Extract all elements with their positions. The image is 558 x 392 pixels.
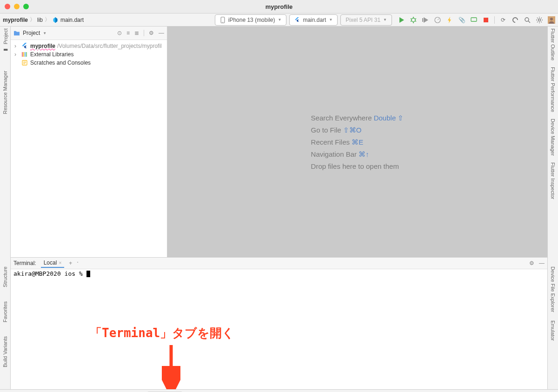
svg-point-8	[538, 19, 541, 21]
right-tool-strip-lower: Device File Explorer Emulator	[547, 257, 558, 389]
run-config-selector[interactable]: main.dart ▼	[289, 14, 338, 26]
flutter-icon	[21, 43, 28, 49]
breadcrumb[interactable]: myprofile 〉 lib 〉 main.dart	[3, 16, 84, 24]
device-manager-button[interactable]: Device Manager	[550, 119, 556, 156]
run-button[interactable]	[398, 16, 405, 24]
terminal-body[interactable]: akira@MBP2020 ios % 「Terminal」タブを開く	[11, 269, 547, 389]
breadcrumb-sep: 〉	[30, 16, 35, 24]
gear-icon[interactable]	[536, 16, 543, 24]
flutter-inspector-button[interactable]: Flutter Inspector	[550, 162, 556, 199]
attach-button[interactable]: 📎	[458, 16, 465, 24]
scratches-label: Scratches and Consoles	[30, 60, 91, 66]
flutter-icon	[294, 17, 300, 23]
main-toolbar: myprofile 〉 lib 〉 main.dart iPhone 13 (m…	[0, 13, 558, 27]
terminal-header: Terminal: Local × + ˅ ⚙ —	[11, 258, 547, 269]
build-variants-tool-button[interactable]: Build Variants	[2, 336, 8, 367]
breadcrumb-project[interactable]: myprofile	[3, 17, 28, 23]
svg-rect-3	[422, 18, 423, 22]
resource-manager-label: Resource Manager	[2, 71, 8, 114]
breadcrumb-sep: 〉	[45, 16, 50, 24]
scratches-icon	[21, 60, 28, 66]
titlebar: myprofile	[0, 0, 558, 13]
select-opened-file-icon[interactable]: ⊙	[117, 30, 122, 36]
flutter-outline-button[interactable]: Flutter Outline	[550, 28, 556, 60]
terminal-prompt: akira@MBP2020 ios %	[13, 270, 86, 277]
maximize-window-button[interactable]	[23, 4, 29, 9]
emulator-button[interactable]: Emulator	[550, 320, 556, 341]
svg-point-10	[550, 18, 553, 20]
expand-arrow-icon[interactable]: ›	[14, 51, 19, 58]
stop-button[interactable]	[482, 16, 490, 24]
tree-row-project-root[interactable]: › myprofile /Volumes/Data/src/flutter_pr…	[11, 42, 167, 50]
flutter-performance-button[interactable]: Flutter Performance	[550, 67, 556, 112]
editor-hints: Search Everywhere Double ⇧ Go to File ⇧⌘…	[311, 110, 404, 174]
devtools-button[interactable]	[470, 16, 478, 24]
avatar[interactable]	[548, 16, 555, 24]
device-file-explorer-button[interactable]: Device File Explorer	[550, 266, 556, 312]
folder-icon	[13, 30, 20, 36]
minimize-window-button[interactable]	[14, 4, 20, 9]
config-label: main.dart	[303, 17, 326, 23]
svg-point-1	[222, 21, 223, 22]
close-tab-icon[interactable]: ×	[59, 260, 61, 266]
svg-rect-11	[22, 52, 23, 57]
hide-icon[interactable]: —	[539, 260, 545, 266]
window-title: myprofile	[266, 3, 293, 10]
project-tool-button[interactable]: ▮ Project	[2, 28, 8, 52]
hot-reload-button[interactable]	[446, 16, 453, 24]
coverage-button[interactable]	[422, 16, 429, 24]
tree-row-external-libraries[interactable]: › External Libraries	[11, 50, 167, 59]
chevron-down-icon[interactable]: ▼	[43, 31, 46, 35]
svg-rect-6	[484, 18, 488, 22]
hint-recent-kbd: ⌘E	[352, 138, 363, 146]
hint-drop: Drop files here to open them	[311, 162, 399, 170]
secondary-device-selector[interactable]: Pixel 5 API 31 ▼	[340, 14, 392, 26]
hint-search: Search Everywhere	[311, 114, 372, 122]
chevron-down-icon: ▼	[278, 18, 281, 22]
breadcrumb-file[interactable]: main.dart	[60, 17, 84, 23]
tree-row-scratches[interactable]: Scratches and Consoles	[11, 59, 167, 67]
editor-empty-state: Search Everywhere Double ⇧ Go to File ⇧⌘…	[167, 27, 547, 257]
resource-manager-tool-button[interactable]: Resource Manager	[2, 71, 8, 114]
favorites-tool-button[interactable]: Favorites	[2, 301, 8, 322]
chevron-down-icon: ▼	[383, 18, 387, 22]
main-area: ▮ Project Resource Manager Project ▼ ⊙ ≡…	[0, 27, 558, 257]
close-window-button[interactable]	[5, 4, 10, 9]
project-tree[interactable]: › myprofile /Volumes/Data/src/flutter_pr…	[11, 40, 167, 69]
structure-tool-button[interactable]: Structure	[2, 266, 8, 287]
terminal-pane: Terminal: Local × + ˅ ⚙ — akira@MBP2020 …	[11, 257, 547, 389]
hint-nav: Navigation Bar	[311, 150, 357, 158]
breadcrumb-folder[interactable]: lib	[37, 17, 43, 23]
external-libraries-label: External Libraries	[30, 51, 73, 58]
chevron-down-icon[interactable]: ˅	[77, 261, 79, 266]
git-update-button[interactable]: ⟳	[499, 16, 507, 24]
project-root-name: myprofile	[30, 43, 55, 49]
gear-icon[interactable]: ⚙	[149, 30, 154, 36]
hide-icon[interactable]: —	[159, 30, 164, 36]
svg-rect-5	[471, 18, 477, 21]
project-view-title[interactable]: Project	[23, 30, 40, 36]
terminal-cursor	[86, 271, 90, 277]
hint-goto-kbd: ⇧⌘O	[343, 126, 362, 134]
expand-arrow-icon[interactable]: ›	[14, 43, 19, 49]
right-tool-strip: Flutter Outline Flutter Performance Devi…	[547, 27, 558, 257]
svg-rect-12	[23, 52, 24, 57]
device-selector[interactable]: iPhone 13 (mobile) ▼	[215, 14, 287, 26]
svg-rect-13	[25, 52, 26, 57]
library-icon	[21, 52, 28, 57]
search-icon[interactable]	[524, 16, 531, 24]
debug-button[interactable]	[410, 16, 417, 24]
terminal-tab-local[interactable]: Local ×	[41, 259, 65, 268]
gear-icon[interactable]: ⚙	[529, 260, 534, 266]
expand-all-icon[interactable]: ≡	[126, 30, 130, 36]
project-root-path: /Volumes/Data/src/flutter_projects/mypro…	[57, 43, 162, 49]
sync-button[interactable]	[512, 16, 519, 24]
new-terminal-tab-icon[interactable]: +	[69, 260, 72, 266]
left-tool-strip-lower: Structure Favorites Build Variants	[0, 257, 11, 389]
terminal-title: Terminal:	[13, 260, 36, 266]
svg-point-7	[525, 18, 529, 21]
collapse-all-icon[interactable]: ≣	[134, 30, 139, 36]
profile-button[interactable]	[434, 16, 441, 24]
bottom-tool-strip: ᛘVersion Control ▶Run ≡TODO ⚠Problems ⧉T…	[0, 389, 558, 392]
project-pane: Project ▼ ⊙ ≡ ≣ ⚙ — › myprofile /Volumes…	[11, 27, 167, 257]
